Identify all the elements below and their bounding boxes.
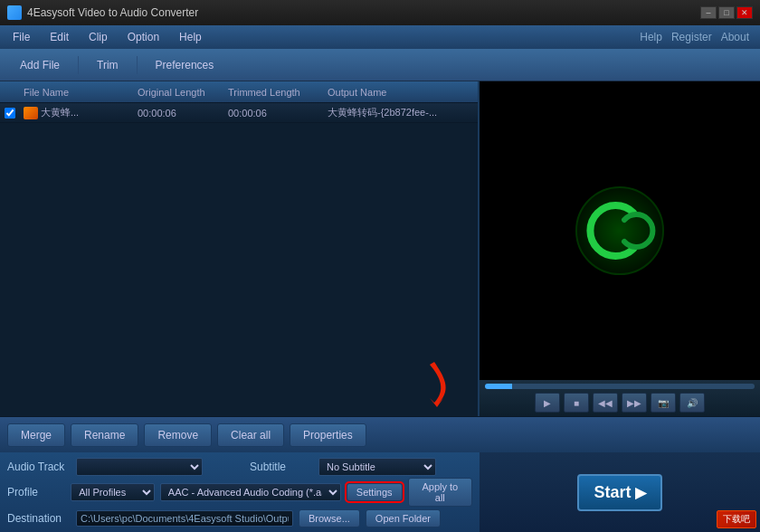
stop-button[interactable]: ■ <box>564 393 589 413</box>
trim-button[interactable]: Trim <box>84 55 131 75</box>
col-output-header: Output Name <box>328 87 472 98</box>
title-bar-left: 4Easysoft Video to Audio Converter <box>7 5 198 20</box>
app-title: 4Easysoft Video to Audio Converter <box>27 6 198 19</box>
subtitle-label: Subtitle <box>250 461 313 473</box>
row-filename: 大黄蜂... <box>41 106 79 119</box>
profile-row: Profile All Profiles AAC - Advanced Audi… <box>7 480 472 504</box>
col-orig-header: Original Length <box>138 87 228 98</box>
menu-file[interactable]: File <box>4 28 39 46</box>
playback-buttons: ▶ ■ ◀◀ ▶▶ 📷 🔊 <box>485 393 755 413</box>
preferences-button[interactable]: Preferences <box>143 55 227 75</box>
col-trim-header: Trimmed Length <box>228 87 328 98</box>
app-icon <box>7 5 22 20</box>
menu-option[interactable]: Option <box>119 28 168 46</box>
menu-bar: File Edit Clip Option Help Help Register… <box>0 25 760 49</box>
close-button[interactable]: ✕ <box>736 6 753 19</box>
remove-button[interactable]: Remove <box>144 423 212 447</box>
preview-panel: ▶ ■ ◀◀ ▶▶ 📷 🔊 <box>480 81 760 416</box>
toolbar: Add File Trim Preferences <box>0 49 760 81</box>
bottom-area: Audio Track Subtitle No Subtitle Profile… <box>0 452 760 532</box>
properties-button[interactable]: Properties <box>290 423 366 447</box>
title-controls: – □ ✕ <box>700 6 753 19</box>
audio-track-row: Audio Track Subtitle No Subtitle <box>7 456 472 477</box>
play-button[interactable]: ▶ <box>535 393 560 413</box>
bottom-left: Audio Track Subtitle No Subtitle Profile… <box>0 452 480 532</box>
menu-right: Help Register About <box>640 31 756 43</box>
preview-logo <box>575 185 665 276</box>
row-orig-length: 00:00:06 <box>138 108 228 119</box>
watermark-badge: 下载吧 <box>717 510 756 528</box>
file-type-icon <box>24 107 38 119</box>
maximize-button[interactable]: □ <box>718 6 735 19</box>
snapshot-button[interactable]: 📷 <box>651 393 676 413</box>
merge-button[interactable]: Merge <box>7 423 65 447</box>
main-content: File Name Original Length Trimmed Length… <box>0 81 760 416</box>
toolbar-separator <box>78 56 79 74</box>
help-link[interactable]: Help <box>640 31 662 43</box>
toolbar-separator-2 <box>137 56 138 74</box>
preview-video <box>480 81 760 380</box>
add-file-button[interactable]: Add File <box>7 55 72 75</box>
destination-label: Destination <box>7 512 71 525</box>
audio-track-label: Audio Track <box>7 461 71 473</box>
row-icon-name: 大黄蜂... <box>20 106 138 119</box>
audio-track-select[interactable] <box>76 458 203 476</box>
rewind-button[interactable]: ◀◀ <box>593 393 618 413</box>
settings-button[interactable]: Settings <box>347 483 403 501</box>
apply-all-button[interactable]: Apply to all <box>408 478 472 507</box>
open-folder-button[interactable]: Open Folder <box>366 509 441 527</box>
menu-clip[interactable]: Clip <box>80 28 117 46</box>
codec-select[interactable]: AAC - Advanced Audio Coding (*.aac) <box>160 483 341 501</box>
clear-all-button[interactable]: Clear all <box>217 423 284 447</box>
menu-left: File Edit Clip Option Help <box>4 28 211 46</box>
minimize-button[interactable]: – <box>700 6 717 19</box>
seek-bar[interactable] <box>485 384 755 389</box>
rename-button[interactable]: Rename <box>71 423 138 447</box>
volume-button[interactable]: 🔊 <box>679 393 705 413</box>
file-table-body: 大黄蜂... 00:00:06 00:00:06 大黄蜂转码-{2b872fee… <box>0 103 478 416</box>
preview-controls-bar: ▶ ■ ◀◀ ▶▶ 📷 🔊 <box>480 380 760 416</box>
table-row[interactable]: 大黄蜂... 00:00:06 00:00:06 大黄蜂转码-{2b872fee… <box>0 103 478 123</box>
browse-button[interactable]: Browse... <box>299 509 360 527</box>
profile-label: Profile <box>7 486 65 499</box>
action-bar: Merge Rename Remove Clear all Properties <box>0 416 760 452</box>
start-arrow-icon: ▶ <box>635 484 646 501</box>
col-filename-header: File Name <box>20 87 138 98</box>
start-label: Start <box>594 483 631 502</box>
forward-button[interactable]: ▶▶ <box>622 393 647 413</box>
menu-edit[interactable]: Edit <box>41 28 78 46</box>
bottom-right: Start ▶ 下载吧 <box>480 452 760 532</box>
profile-select[interactable]: All Profiles <box>71 483 155 501</box>
file-panel: File Name Original Length Trimmed Length… <box>0 81 480 416</box>
subtitle-select[interactable]: No Subtitle <box>318 458 436 476</box>
row-checkbox[interactable] <box>0 108 20 119</box>
file-table-header: File Name Original Length Trimmed Length… <box>0 81 478 103</box>
register-link[interactable]: Register <box>671 31 712 43</box>
destination-input[interactable] <box>76 510 293 527</box>
start-button[interactable]: Start ▶ <box>577 474 661 511</box>
title-bar: 4Easysoft Video to Audio Converter – □ ✕ <box>0 0 760 25</box>
menu-help[interactable]: Help <box>170 28 211 46</box>
file-checkbox[interactable] <box>5 108 15 119</box>
row-output-name: 大黄蜂转码-{2b872fee-... <box>328 106 472 119</box>
about-link[interactable]: About <box>721 31 749 43</box>
destination-row: Destination Browse... Open Folder <box>7 508 472 528</box>
row-trim-length: 00:00:06 <box>228 108 328 119</box>
